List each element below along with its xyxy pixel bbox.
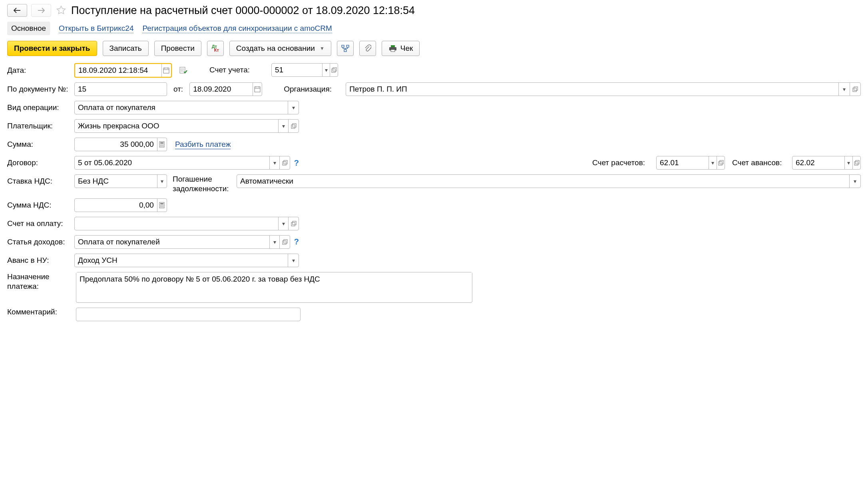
svg-point-20 (160, 146, 161, 146)
label-contract: Договор: (7, 158, 70, 167)
svg-rect-9 (333, 68, 336, 71)
receipt-button[interactable]: Чек (382, 41, 420, 56)
contract-input[interactable]: ▾ (74, 156, 290, 170)
attachment-button[interactable] (359, 41, 376, 56)
save-button[interactable]: Записать (103, 41, 149, 56)
label-advance-account: Счет авансов: (732, 158, 788, 167)
label-date: Дата: (7, 66, 70, 75)
open-icon[interactable] (288, 120, 299, 132)
post-button[interactable]: Провести (154, 41, 201, 56)
label-vat-rate: Ставка НДС: (7, 177, 70, 186)
label-advance-nu: Аванс в НУ: (7, 256, 70, 265)
form: Дата: Счет учета: ▾ По (7, 63, 861, 321)
calculator-icon[interactable] (157, 199, 167, 212)
tab-amocrm[interactable]: Регистрация объектов для синхронизации с… (142, 24, 332, 33)
svg-point-19 (163, 144, 163, 145)
dt-kt-icon: ДтКт (212, 45, 219, 52)
arrow-right-icon (38, 8, 45, 13)
doc-no-input[interactable] (74, 82, 167, 96)
svg-rect-6 (163, 68, 169, 73)
open-icon[interactable] (279, 156, 290, 169)
chevron-down-icon[interactable]: ▾ (288, 254, 299, 267)
open-icon[interactable] (330, 64, 338, 76)
advance-account-input[interactable]: ▾ (792, 156, 861, 170)
date-input[interactable] (74, 63, 172, 78)
svg-point-22 (163, 146, 163, 146)
open-icon[interactable] (717, 156, 725, 169)
open-icon[interactable] (852, 156, 860, 169)
label-comment: Комментарий: (7, 308, 70, 316)
svg-rect-24 (284, 160, 287, 164)
chevron-down-icon[interactable]: ▾ (269, 236, 280, 248)
svg-rect-40 (284, 240, 287, 243)
structure-button[interactable] (337, 41, 354, 56)
label-purpose: Назначение платежа: (7, 272, 70, 292)
favorite-star-button[interactable] (55, 4, 67, 16)
chevron-down-icon[interactable]: ▾ (709, 156, 717, 169)
chevron-down-icon[interactable]: ▾ (849, 175, 860, 188)
label-settlement-account: Счет расчетов: (592, 158, 652, 167)
structure-icon (341, 45, 349, 52)
payer-input[interactable]: ▾ (74, 119, 299, 133)
svg-rect-26 (720, 160, 723, 164)
svg-rect-27 (854, 162, 858, 165)
invoice-input[interactable]: ▾ (74, 217, 299, 230)
chevron-down-icon[interactable]: ▾ (322, 64, 330, 76)
svg-rect-16 (160, 142, 163, 144)
label-account: Счет учета: (209, 66, 267, 74)
calendar-icon[interactable] (253, 83, 262, 96)
nav-back-button[interactable] (7, 4, 27, 17)
svg-point-32 (161, 205, 162, 206)
chevron-down-icon[interactable]: ▾ (838, 83, 849, 96)
chevron-down-icon[interactable]: ▾ (157, 175, 167, 188)
svg-rect-25 (719, 162, 722, 165)
paperclip-icon (364, 44, 371, 52)
post-and-close-button[interactable]: Провести и закрыть (7, 41, 97, 56)
svg-rect-5 (391, 50, 395, 52)
open-icon[interactable] (850, 83, 860, 96)
svg-rect-0 (342, 45, 344, 47)
calendar-icon[interactable] (161, 64, 171, 77)
operation-kind-input[interactable]: ▾ (74, 101, 299, 114)
create-based-on-button[interactable]: Создать на основании▼ (229, 41, 331, 56)
svg-rect-14 (293, 124, 296, 127)
chevron-down-icon[interactable]: ▾ (278, 217, 289, 230)
help-icon[interactable]: ? (294, 237, 299, 246)
advance-nu-input[interactable]: ▾ (74, 254, 299, 267)
tab-bitrix24[interactable]: Открыть в Битрикс24 (59, 24, 133, 33)
tab-main[interactable]: Основное (7, 22, 50, 35)
chevron-down-icon[interactable]: ▾ (269, 156, 280, 169)
printer-icon (388, 45, 397, 52)
vat-rate-input[interactable]: ▾ (74, 174, 167, 188)
open-icon[interactable] (288, 217, 299, 230)
svg-rect-39 (283, 241, 286, 244)
payment-purpose-textarea[interactable] (76, 272, 472, 303)
split-payment-link[interactable]: Разбить платеж (175, 140, 231, 149)
svg-rect-28 (856, 160, 859, 164)
account-input[interactable]: ▾ (271, 63, 338, 77)
svg-point-35 (161, 206, 162, 207)
settlement-account-input[interactable]: ▾ (656, 156, 725, 170)
posting-status-icon[interactable] (179, 66, 188, 74)
svg-point-36 (163, 206, 163, 207)
vat-sum-input[interactable] (74, 198, 167, 212)
doc-date-input[interactable] (189, 82, 262, 96)
svg-point-18 (161, 144, 162, 145)
sum-input[interactable] (74, 138, 167, 151)
label-debt-repayment: Погашениезадолженности: (173, 174, 233, 194)
chevron-down-icon[interactable]: ▾ (278, 120, 289, 132)
chevron-down-icon[interactable]: ▾ (844, 156, 852, 169)
dt-kt-button[interactable]: ДтКт (207, 41, 224, 56)
calculator-icon[interactable] (157, 138, 167, 151)
label-invoice: Счет на оплату: (7, 219, 70, 228)
label-doc-no: По документу №: (7, 85, 70, 94)
income-item-input[interactable]: ▾ (74, 235, 290, 249)
svg-rect-11 (853, 88, 856, 92)
svg-point-34 (160, 206, 161, 207)
chevron-down-icon[interactable]: ▾ (288, 101, 299, 114)
comment-input[interactable] (76, 308, 301, 321)
debt-repayment-input[interactable]: ▾ (237, 174, 861, 188)
open-icon[interactable] (279, 236, 290, 248)
organization-input[interactable]: ▾ (346, 82, 861, 96)
help-icon[interactable]: ? (294, 158, 299, 168)
